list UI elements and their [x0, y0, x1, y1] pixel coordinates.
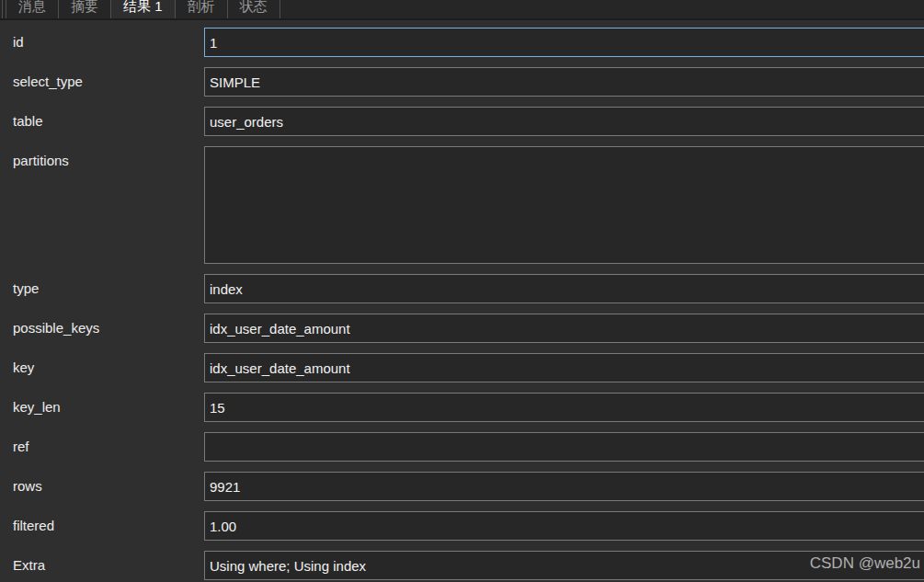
field-value: idx_user_date_amount: [210, 321, 350, 337]
tab-label: 结果 1: [123, 0, 163, 16]
field-value-box[interactable]: 1: [204, 28, 924, 57]
field-row-Extra: Extra Using where; Using index: [13, 551, 924, 580]
tab-label: 状态: [240, 0, 268, 16]
field-label: key: [13, 353, 204, 375]
field-label: possible_keys: [13, 314, 204, 336]
field-row-type: type index: [13, 274, 924, 303]
field-row-select_type: select_type SIMPLE: [13, 67, 924, 97]
field-row-possible_keys: possible_keys idx_user_date_amount: [13, 314, 924, 343]
field-label: key_len: [13, 393, 204, 415]
explain-result-panel: 消息 摘要 结果 1 剖析 状态 id 1 select_type SIMPLE…: [0, 0, 924, 582]
field-value-box[interactable]: SIMPLE: [204, 67, 924, 97]
field-value-box[interactable]: Using where; Using index: [204, 551, 924, 580]
field-value-box[interactable]: [204, 432, 924, 462]
field-value: user_orders: [210, 114, 283, 130]
field-label: type: [13, 274, 204, 296]
field-value: 15: [210, 400, 225, 416]
field-label: ref: [13, 432, 204, 454]
field-label: table: [13, 107, 204, 129]
tab-bar: 消息 摘要 结果 1 剖析 状态: [0, 0, 924, 20]
tab-3[interactable]: 结果 1: [110, 0, 176, 18]
field-value: index: [210, 281, 243, 297]
field-value-box[interactable]: 15: [204, 393, 924, 422]
field-value: 1.00: [210, 519, 236, 534]
field-list: id 1 select_type SIMPLE table user_order…: [0, 20, 924, 580]
tab-5[interactable]: 状态: [227, 0, 280, 18]
field-label: filtered: [13, 511, 204, 533]
field-label: Extra: [13, 551, 204, 573]
field-value-box[interactable]: [204, 146, 924, 264]
field-label: partitions: [13, 146, 204, 168]
tab-label: 消息: [18, 0, 46, 16]
field-row-key: key idx_user_date_amount: [13, 353, 924, 382]
tab-2[interactable]: 摘要: [58, 0, 111, 18]
field-row-partitions: partitions: [13, 146, 924, 264]
field-value-box[interactable]: 1.00: [204, 511, 924, 541]
field-value-box[interactable]: user_orders: [204, 107, 924, 136]
field-value-box[interactable]: 9921: [204, 472, 924, 501]
field-row-id: id 1: [13, 28, 924, 57]
tab-1[interactable]: 消息: [6, 0, 59, 18]
field-value-box[interactable]: idx_user_date_amount: [204, 314, 924, 343]
field-label: select_type: [13, 67, 204, 89]
field-row-ref: ref: [13, 432, 924, 462]
field-value: idx_user_date_amount: [210, 360, 350, 376]
field-row-rows: rows 9921: [13, 472, 924, 501]
field-row-table: table user_orders: [13, 107, 924, 136]
field-value: SIMPLE: [210, 74, 260, 90]
field-value-box[interactable]: idx_user_date_amount: [204, 353, 924, 382]
tab-label: 剖析: [188, 0, 215, 16]
tab-label: 摘要: [71, 0, 98, 16]
field-value: 1: [210, 35, 217, 51]
field-value-box[interactable]: index: [204, 274, 924, 303]
field-row-filtered: filtered 1.00: [13, 511, 924, 541]
field-value: Using where; Using index: [210, 558, 366, 574]
tab-4[interactable]: 剖析: [175, 0, 228, 18]
field-label: rows: [13, 472, 204, 494]
field-value: 9921: [210, 479, 240, 495]
field-label: id: [13, 28, 204, 50]
field-row-key_len: key_len 15: [13, 393, 924, 422]
